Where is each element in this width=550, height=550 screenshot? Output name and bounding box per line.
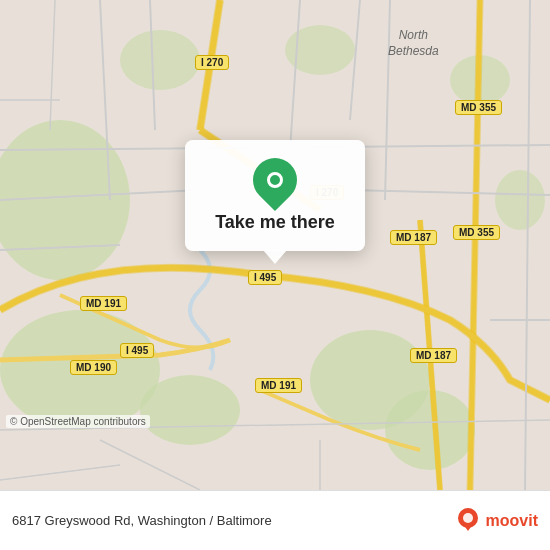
road-label-md191-bot: MD 191 — [255, 378, 302, 393]
bottom-bar: 6817 Greyswood Rd, Washington / Baltimor… — [0, 490, 550, 550]
pin-inner — [267, 172, 283, 188]
svg-point-5 — [385, 390, 475, 470]
address-text: 6817 Greyswood Rd, Washington / Baltimor… — [12, 513, 272, 528]
svg-point-28 — [463, 513, 473, 523]
take-me-there-button[interactable]: Take me there — [215, 212, 335, 233]
svg-point-7 — [495, 170, 545, 230]
area-label-north-bethesda: NorthBethesda — [388, 28, 439, 59]
road-label-md191-top: MD 191 — [80, 296, 127, 311]
road-label-i270-top: I 270 — [195, 55, 229, 70]
map-container: NorthBethesda I 270 I 270 MD 355 MD 355 … — [0, 0, 550, 490]
road-label-md355-top: MD 355 — [455, 100, 502, 115]
road-label-md187-bot: MD 187 — [410, 348, 457, 363]
svg-point-3 — [140, 375, 240, 445]
road-label-md355-bot: MD 355 — [453, 225, 500, 240]
svg-point-8 — [120, 30, 200, 90]
location-pin-icon — [244, 149, 306, 211]
svg-marker-29 — [463, 524, 473, 531]
popup-card: Take me there — [185, 140, 365, 251]
road-label-md187-top: MD 187 — [390, 230, 437, 245]
moovit-pin-icon — [454, 507, 482, 535]
road-label-i495-bot: I 495 — [120, 343, 154, 358]
moovit-logo: moovit — [454, 507, 538, 535]
road-label-i495-mid: I 495 — [248, 270, 282, 285]
road-label-md190: MD 190 — [70, 360, 117, 375]
moovit-label: moovit — [486, 512, 538, 530]
osm-attribution: © OpenStreetMap contributors — [6, 415, 150, 428]
